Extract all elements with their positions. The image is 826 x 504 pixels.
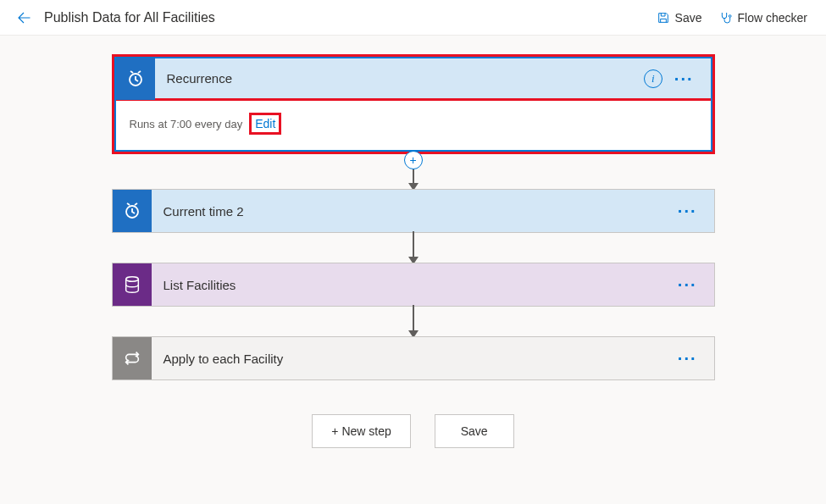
step-menu-button[interactable]: ··· xyxy=(673,273,702,296)
step-menu-button[interactable]: ··· xyxy=(673,346,702,370)
step-current-time[interactable]: Current time 2 ··· xyxy=(112,189,715,233)
new-step-button[interactable]: + New step xyxy=(312,414,410,448)
save-icon xyxy=(657,11,670,25)
insert-step-button[interactable]: + xyxy=(404,151,423,169)
back-button[interactable] xyxy=(10,4,37,31)
step-title: List Facilities xyxy=(152,278,673,292)
save-command-label: Save xyxy=(675,11,702,25)
recurrence-header[interactable]: Recurrence i ··· xyxy=(116,58,711,101)
flow-checker-label: Flow checker xyxy=(738,11,807,25)
step-menu-button[interactable]: ··· xyxy=(673,199,702,223)
save-button[interactable]: Save xyxy=(435,414,514,448)
connector-line xyxy=(413,168,414,183)
recurrence-menu-button[interactable]: ··· xyxy=(669,67,699,91)
save-command[interactable]: Save xyxy=(648,6,711,30)
recurrence-body: Runs at 7:00 every day Edit xyxy=(116,101,711,150)
recurrence-card[interactable]: Recurrence i ··· Runs at 7:00 every day … xyxy=(114,57,712,152)
database-icon xyxy=(113,263,152,306)
step-title: Current time 2 xyxy=(152,204,673,219)
step-apply-to-each[interactable]: Apply to each Facility ··· xyxy=(112,336,715,380)
recurrence-edit-link[interactable]: Edit xyxy=(249,113,281,135)
flow-canvas: Recurrence i ··· Runs at 7:00 every day … xyxy=(0,36,826,448)
connector-3 xyxy=(408,307,419,336)
top-toolbar: Publish Data for All Facilities Save Flo… xyxy=(0,0,826,36)
clock-icon xyxy=(113,190,152,232)
connector-2 xyxy=(408,233,419,263)
stethoscope-icon xyxy=(719,11,733,25)
flow-checker-command[interactable]: Flow checker xyxy=(711,6,816,30)
clock-icon xyxy=(116,58,155,100)
svg-point-0 xyxy=(729,14,731,17)
loop-icon xyxy=(113,337,152,379)
svg-point-3 xyxy=(125,277,138,282)
connector-line xyxy=(413,231,414,257)
page-title: Publish Data for All Facilities xyxy=(44,10,215,25)
info-icon[interactable]: i xyxy=(644,69,662,88)
bottom-buttons: + New step Save xyxy=(312,414,513,448)
recurrence-title: Recurrence xyxy=(155,71,644,86)
recurrence-summary: Runs at 7:00 every day xyxy=(130,118,243,130)
recurrence-card-highlight: Recurrence i ··· Runs at 7:00 every day … xyxy=(112,54,715,154)
step-list-facilities[interactable]: List Facilities ··· xyxy=(112,263,715,307)
arrow-left-icon xyxy=(16,10,31,25)
step-title: Apply to each Facility xyxy=(152,352,673,366)
connector-line xyxy=(413,305,414,330)
connector-1: + xyxy=(404,154,423,189)
